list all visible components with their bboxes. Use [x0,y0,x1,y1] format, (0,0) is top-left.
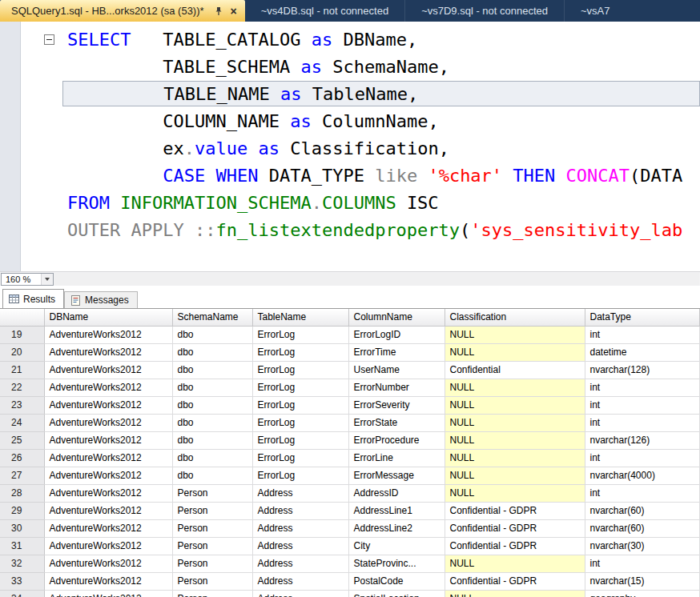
cell-dbname[interactable]: AdventureWorks2012 [44,343,172,361]
cell-datatype[interactable]: nvarchar(126) [585,431,700,449]
row-header[interactable]: 24 [0,414,44,431]
cell-schemaname[interactable]: Person [172,519,252,537]
cell-classification[interactable]: NULL [445,467,585,484]
cell-columnname[interactable]: ErrorSeverity [348,396,445,414]
cell-classification[interactable]: Confidential - GDPR [445,502,585,519]
cell-classification[interactable]: NULL [445,326,585,343]
pin-icon[interactable] [214,6,223,16]
row-header[interactable]: 34 [0,590,44,597]
row-header[interactable]: 29 [0,502,44,519]
cell-dbname[interactable]: AdventureWorks2012 [44,414,172,431]
cell-classification[interactable]: NULL [445,555,585,572]
cell-dbname[interactable]: AdventureWorks2012 [44,361,172,379]
cell-tablename[interactable]: Address [252,484,348,502]
cell-classification[interactable]: Confidential - GDPR [445,519,585,537]
cell-tablename[interactable]: ErrorLog [252,379,348,396]
column-header-dbname[interactable]: DBName [44,309,172,326]
row-header[interactable]: 26 [0,449,44,467]
cell-schemaname[interactable]: dbo [172,343,252,361]
document-tab-2[interactable]: ~vs4DB.sql - not connected [245,0,405,22]
cell-schemaname[interactable]: Person [172,555,252,572]
column-header-schemaname[interactable]: SchemaName [172,309,252,326]
column-header-columnname[interactable]: ColumnName [348,309,445,326]
cell-classification[interactable]: Confidential [445,361,585,379]
cell-columnname[interactable]: ErrorState [348,414,445,431]
cell-tablename[interactable]: Address [252,590,348,597]
cell-classification[interactable]: Confidential - GDPR [445,537,585,555]
cell-classification[interactable]: NULL [445,414,585,431]
cell-schemaname[interactable]: dbo [172,431,252,449]
sql-editor[interactable]: SELECT TABLE_CATALOG as DBName, TABLE_SC… [0,22,700,271]
results-grid[interactable]: DBNameSchemaNameTableNameColumnNameClass… [0,308,700,597]
cell-dbname[interactable]: AdventureWorks2012 [44,519,172,537]
cell-columnname[interactable]: ErrorNumber [348,379,445,396]
cell-datatype[interactable]: nvarchar(128) [585,361,700,379]
cell-tablename[interactable]: ErrorLog [252,326,348,343]
cell-dbname[interactable]: AdventureWorks2012 [44,590,172,597]
row-header[interactable]: 30 [0,519,44,537]
row-header[interactable]: 22 [0,379,44,396]
cell-schemaname[interactable]: Person [172,484,252,502]
cell-datatype[interactable]: nvarchar(4000) [585,467,700,484]
cell-dbname[interactable]: AdventureWorks2012 [44,326,172,343]
cell-schemaname[interactable]: dbo [172,414,252,431]
document-tab-1[interactable]: SQLQuery1.sql - HB...orks2012 (sa (53))*… [0,0,245,22]
cell-columnname[interactable]: StateProvinc... [348,555,445,572]
cell-schemaname[interactable]: dbo [172,396,252,414]
cell-columnname[interactable]: SpatialLocation [348,590,445,597]
cell-tablename[interactable]: Address [252,537,348,555]
row-header[interactable]: 27 [0,467,44,484]
cell-datatype[interactable]: nvarchar(30) [585,537,700,555]
row-header[interactable]: 23 [0,396,44,414]
cell-classification[interactable]: Confidential - GDPR [445,572,585,590]
cell-tablename[interactable]: Address [252,572,348,590]
zoom-selector[interactable]: 160 % [1,273,54,286]
cell-dbname[interactable]: AdventureWorks2012 [44,396,172,414]
cell-schemaname[interactable]: dbo [172,379,252,396]
cell-schemaname[interactable]: Person [172,537,252,555]
cell-tablename[interactable]: Address [252,519,348,537]
grid-corner[interactable] [0,309,44,326]
results-tab-results[interactable]: Results [2,289,64,308]
cell-schemaname[interactable]: dbo [172,467,252,484]
cell-dbname[interactable]: AdventureWorks2012 [44,537,172,555]
cell-tablename[interactable]: Address [252,502,348,519]
cell-datatype[interactable]: int [585,449,700,467]
cell-dbname[interactable]: AdventureWorks2012 [44,467,172,484]
cell-columnname[interactable]: UserName [348,361,445,379]
cell-columnname[interactable]: ErrorLogID [348,326,445,343]
row-header[interactable]: 33 [0,572,44,590]
row-header[interactable]: 25 [0,431,44,449]
cell-tablename[interactable]: ErrorLog [252,343,348,361]
cell-columnname[interactable]: AddressLine2 [348,519,445,537]
cell-classification[interactable]: NULL [445,379,585,396]
cell-classification[interactable]: NULL [445,590,585,597]
cell-columnname[interactable]: ErrorLine [348,449,445,467]
cell-tablename[interactable]: ErrorLog [252,396,348,414]
cell-datatype[interactable]: int [585,396,700,414]
cell-columnname[interactable]: ErrorProcedure [348,431,445,449]
row-header[interactable]: 21 [0,361,44,379]
cell-classification[interactable]: NULL [445,343,585,361]
cell-columnname[interactable]: PostalCode [348,572,445,590]
row-header[interactable]: 28 [0,484,44,502]
cell-datatype[interactable]: int [585,326,700,343]
cell-tablename[interactable]: ErrorLog [252,361,348,379]
cell-tablename[interactable]: ErrorLog [252,467,348,484]
cell-tablename[interactable]: ErrorLog [252,449,348,467]
cell-columnname[interactable]: ErrorTime [348,343,445,361]
cell-datatype[interactable]: int [585,379,700,396]
cell-classification[interactable]: NULL [445,431,585,449]
cell-schemaname[interactable]: Person [172,572,252,590]
row-header[interactable]: 20 [0,343,44,361]
cell-schemaname[interactable]: dbo [172,326,252,343]
cell-tablename[interactable]: ErrorLog [252,431,348,449]
column-header-tablename[interactable]: TableName [252,309,348,326]
cell-schemaname[interactable]: dbo [172,449,252,467]
cell-dbname[interactable]: AdventureWorks2012 [44,484,172,502]
cell-dbname[interactable]: AdventureWorks2012 [44,379,172,396]
cell-datatype[interactable]: nvarchar(60) [585,502,700,519]
document-tab-3[interactable]: ~vs7D9.sql - not connected [405,0,565,22]
cell-datatype[interactable]: nvarchar(60) [585,519,700,537]
cell-dbname[interactable]: AdventureWorks2012 [44,431,172,449]
